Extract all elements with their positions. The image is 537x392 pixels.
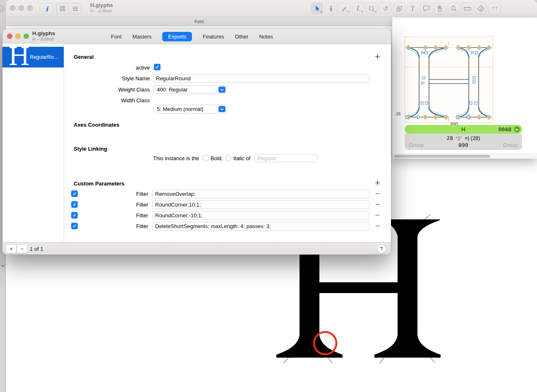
weight-class-popup[interactable]: 400: Regular <box>153 85 227 94</box>
select-tool-button[interactable]: ▾ <box>311 2 323 14</box>
linked-style-input[interactable] <box>254 154 317 162</box>
parameter-property-label: Filter <box>2 212 148 219</box>
tab-font[interactable]: Font <box>194 19 204 24</box>
font-info-button[interactable]: i <box>40 3 54 15</box>
metrics-lock-icon: H <box>455 135 463 141</box>
grid-view-icon[interactable] <box>57 3 69 14</box>
width-class-label: Width Class <box>2 97 150 103</box>
remove-parameter-button[interactable]: − <box>375 190 380 197</box>
parameter-value-input[interactable] <box>152 222 369 231</box>
caret-icon: ▾ <box>348 10 349 14</box>
measure-tool-button[interactable] <box>461 2 473 14</box>
font-info-tabs: Font Masters Exports Features Other Note… <box>111 29 273 44</box>
document-subtitle: H – Edited <box>90 8 113 13</box>
pen-tool-button[interactable]: ▾ <box>352 2 364 14</box>
glyph-info-bar[interactable]: H 0048 ▶ <box>405 125 522 134</box>
check-icon: ✓ <box>155 65 159 70</box>
add-instance-footer-button[interactable]: + <box>6 244 17 253</box>
tab-other[interactable]: Other <box>235 34 249 40</box>
window-title: H.glyphs <box>32 30 55 36</box>
section-general-heading: General <box>74 54 93 60</box>
add-instance-button[interactable]: + <box>375 53 380 60</box>
right-kerning-value[interactable]: =| (28) <box>465 135 480 141</box>
left-kerning-value[interactable]: 28 <box>446 135 453 141</box>
right-kerning-group[interactable]: Group <box>503 142 518 148</box>
scrollbar-thumb[interactable] <box>394 155 490 158</box>
annotation-tool-button[interactable] <box>420 2 432 14</box>
stems-tool-button[interactable]: ⊤⊤ <box>489 2 501 14</box>
tab-features[interactable]: Features <box>203 34 224 40</box>
parameter-value-input[interactable] <box>152 211 369 220</box>
zoom-tool-button[interactable] <box>448 2 460 14</box>
edit-view-tabbar[interactable]: Font <box>6 17 392 26</box>
help-button[interactable]: ? <box>377 244 386 253</box>
remove-parameter-button[interactable]: − <box>375 212 380 219</box>
font-info-footer: + − 1 of 1 ? <box>2 242 391 255</box>
text-tool-button[interactable]: T <box>407 2 419 14</box>
active-checkbox[interactable]: ✓ <box>154 64 161 70</box>
advance-width-clipped: 890 <box>443 122 466 125</box>
zoom-button[interactable] <box>24 34 29 39</box>
desktop: i H.glyphs H – Edited ▾▾▾▾↺T <box>0 0 537 392</box>
width-class-popup[interactable]: 5: Medium (normal) <box>153 105 227 113</box>
plus-icon: + <box>10 245 13 252</box>
style-name-input[interactable] <box>153 74 369 83</box>
remove-parameter-button[interactable]: − <box>375 222 380 230</box>
zoom-button[interactable] <box>27 5 33 11</box>
font-info-titlebar[interactable]: H.glyphs H – Edited Font Masters Exports… <box>2 29 391 44</box>
go-arrow-icon: ▶ <box>516 128 518 131</box>
parameter-value-input[interactable] <box>152 190 369 198</box>
rotate-tool-button[interactable]: ↺ <box>379 2 391 14</box>
caret-icon: ▾ <box>375 10 376 14</box>
remove-parameter-button[interactable]: − <box>375 201 380 208</box>
view-mode-segmented-control[interactable] <box>56 3 82 14</box>
minimize-button[interactable] <box>15 34 21 39</box>
draw-tool-button[interactable] <box>325 2 337 14</box>
tab-notes[interactable]: Notes <box>259 34 273 40</box>
document-title-block: H.glyphs H – Edited <box>90 2 113 13</box>
section-custom-parameters-heading: Custom Parameters <box>74 180 125 187</box>
goto-glyph-button[interactable]: ▶ <box>514 126 520 132</box>
glyph-unicode: 0048 <box>499 126 511 132</box>
add-parameter-button[interactable]: + <box>375 179 380 187</box>
caret-icon: ▾ <box>361 10 363 14</box>
popup-chevron-icon <box>218 106 225 112</box>
close-button[interactable] <box>7 34 12 39</box>
weight-class-value: 400: Regular <box>157 87 187 93</box>
close-button-dot <box>12 7 13 9</box>
list-view-icon[interactable] <box>69 3 81 14</box>
left-sidebearing-label: -36 <box>395 112 400 116</box>
section-axes-heading: Axes Coordinates <box>74 122 120 128</box>
bold-checkbox[interactable] <box>203 155 209 161</box>
text-tool-icon: T <box>410 5 415 12</box>
font-info-window: H.glyphs H – Edited Font Masters Exports… <box>2 29 391 255</box>
scale-tool-button[interactable] <box>393 2 405 14</box>
parameter-property-label: Filter <box>2 191 148 197</box>
remove-instance-footer-button[interactable]: − <box>17 244 27 253</box>
document-title: H.glyphs <box>90 2 113 8</box>
tab-masters[interactable]: Masters <box>132 34 151 40</box>
width-class-value: 5: Medium (normal) <box>157 106 204 112</box>
sidebar-collapse-chevron-icon[interactable] <box>0 264 5 268</box>
hand-tool-button[interactable] <box>434 2 446 14</box>
help-icon: ? <box>380 246 383 252</box>
speedpunk-tool-button[interactable]: S <box>475 2 487 14</box>
minimize-button[interactable] <box>19 5 24 11</box>
bold-label: Bold, <box>211 155 223 161</box>
shapes-tool-button[interactable]: ▾ <box>366 2 378 14</box>
parameter-value-input[interactable] <box>152 200 369 209</box>
style-linking-sentence: This instance is the <box>153 155 199 161</box>
italic-checkbox[interactable] <box>225 155 231 161</box>
glyph-metrics-box[interactable]: 28 H =| (28) Group 890 Group <box>405 134 522 150</box>
window-subtitle: H – Edited <box>32 36 55 41</box>
glyph-edit-panel: 705.0 <box>392 18 537 158</box>
active-label: active <box>2 65 150 71</box>
horizontal-scrollbar[interactable] <box>392 154 537 159</box>
document-titlebar[interactable]: i H.glyphs H – Edited ▾▾▾▾↺T <box>6 0 537 17</box>
stems-tool-icon: ⊤⊤ <box>491 6 498 11</box>
glyph-outline-view[interactable] <box>405 36 493 123</box>
pencil-tool-button[interactable]: ▾ <box>338 2 350 14</box>
tab-exports[interactable]: Exports <box>162 32 192 41</box>
tab-font[interactable]: Font <box>111 34 122 40</box>
parameter-property-label: Filter <box>2 202 148 208</box>
